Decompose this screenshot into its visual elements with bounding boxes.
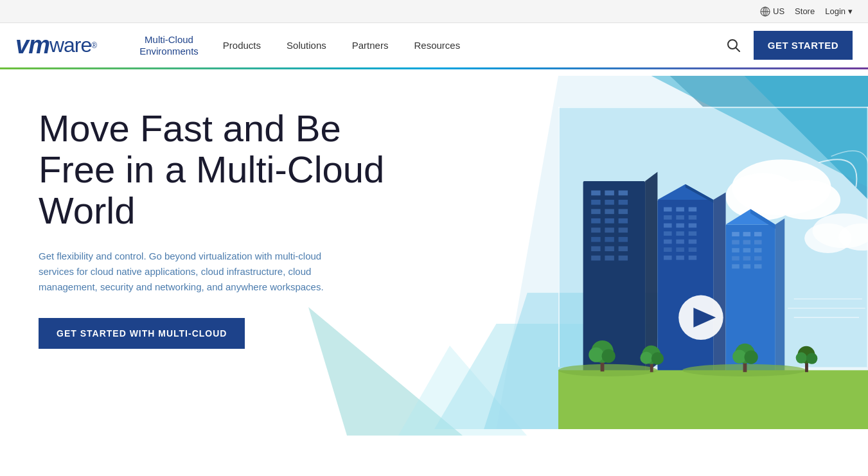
svg-marker-91 xyxy=(775,218,784,373)
svg-rect-84 xyxy=(743,256,750,261)
region-label: US xyxy=(773,6,784,16)
main-nav: vmware® Multi-CloudEnvironments Products… xyxy=(0,23,868,69)
nav-item-multi-cloud[interactable]: Multi-CloudEnvironments xyxy=(128,22,210,69)
svg-rect-37 xyxy=(618,227,627,233)
svg-rect-76 xyxy=(754,232,761,236)
nav-label-multi-cloud: Multi-CloudEnvironments xyxy=(139,34,199,57)
svg-rect-50 xyxy=(676,207,684,212)
svg-rect-59 xyxy=(676,231,684,236)
svg-rect-69 xyxy=(688,256,696,260)
svg-point-100 xyxy=(601,349,615,363)
svg-rect-26 xyxy=(591,200,600,205)
logo-ware-text: ware xyxy=(49,33,91,57)
login-label: Login xyxy=(825,6,846,16)
svg-rect-38 xyxy=(591,237,600,242)
svg-rect-61 xyxy=(664,240,672,244)
svg-rect-44 xyxy=(591,256,600,261)
svg-rect-88 xyxy=(754,264,761,269)
svg-rect-62 xyxy=(676,240,684,244)
svg-rect-54 xyxy=(688,215,696,220)
region-selector[interactable]: US xyxy=(760,6,784,17)
globe-icon xyxy=(760,6,770,17)
logo-registered: ® xyxy=(91,41,97,50)
svg-rect-36 xyxy=(605,227,614,233)
svg-rect-43 xyxy=(618,246,627,251)
svg-rect-41 xyxy=(591,246,600,251)
nav-item-products[interactable]: Products xyxy=(210,22,274,69)
svg-point-107 xyxy=(732,350,746,364)
svg-rect-56 xyxy=(676,224,684,228)
svg-rect-28 xyxy=(618,200,627,205)
nav-label-products: Products xyxy=(223,40,261,51)
svg-rect-83 xyxy=(732,256,740,261)
svg-rect-86 xyxy=(732,264,740,269)
svg-rect-81 xyxy=(743,248,750,252)
hero-cta-button[interactable]: GET STARTED WITH MULTI-CLOUD xyxy=(39,318,245,349)
nav-right: GET STARTED xyxy=(724,31,853,60)
svg-rect-53 xyxy=(676,215,684,220)
svg-rect-114 xyxy=(558,107,869,108)
svg-rect-85 xyxy=(754,256,761,261)
chevron-down-icon: ▾ xyxy=(848,6,853,16)
svg-rect-113 xyxy=(558,107,560,367)
nav-label-solutions: Solutions xyxy=(287,40,326,51)
hero-svg xyxy=(434,69,869,436)
svg-rect-60 xyxy=(688,231,696,236)
svg-point-95 xyxy=(558,364,657,376)
svg-rect-78 xyxy=(743,240,750,245)
nav-item-solutions[interactable]: Solutions xyxy=(274,22,339,69)
svg-point-112 xyxy=(806,353,817,364)
svg-line-5 xyxy=(736,48,740,51)
svg-marker-72 xyxy=(713,192,725,373)
svg-rect-27 xyxy=(605,200,614,205)
svg-rect-55 xyxy=(664,224,672,228)
svg-rect-46 xyxy=(618,256,627,261)
svg-rect-74 xyxy=(732,232,740,236)
nav-item-partners[interactable]: Partners xyxy=(339,22,402,69)
svg-rect-52 xyxy=(664,215,672,220)
svg-point-15 xyxy=(772,180,840,220)
svg-rect-67 xyxy=(664,256,672,260)
svg-rect-58 xyxy=(664,231,672,236)
svg-rect-23 xyxy=(591,191,600,196)
svg-point-104 xyxy=(651,352,663,364)
get-started-button[interactable]: GET STARTED xyxy=(754,31,853,60)
hero-title: Move Fast and Be Free in a Multi-Cloud W… xyxy=(39,108,411,231)
svg-rect-80 xyxy=(732,248,740,252)
svg-rect-29 xyxy=(591,209,600,214)
svg-rect-68 xyxy=(676,256,684,260)
svg-rect-82 xyxy=(754,248,761,252)
nav-gradient-line xyxy=(0,67,868,69)
svg-rect-63 xyxy=(688,240,696,244)
svg-rect-87 xyxy=(743,264,750,269)
svg-rect-79 xyxy=(754,240,761,245)
svg-rect-57 xyxy=(688,224,696,228)
svg-rect-65 xyxy=(676,247,684,252)
svg-point-99 xyxy=(589,348,603,362)
svg-rect-24 xyxy=(605,191,614,196)
svg-rect-34 xyxy=(618,218,627,224)
svg-rect-31 xyxy=(618,209,627,214)
top-bar: US Store Login ▾ xyxy=(0,0,868,23)
svg-rect-39 xyxy=(605,237,614,242)
hero-content: Move Fast and Be Free in a Multi-Cloud W… xyxy=(0,69,477,436)
svg-rect-51 xyxy=(688,207,696,212)
search-button[interactable] xyxy=(724,36,743,55)
hero-subtitle: Get flexibility and control. Go beyond v… xyxy=(39,249,347,295)
nav-label-resources: Resources xyxy=(414,40,460,51)
vmware-logo[interactable]: vmware® xyxy=(15,31,97,59)
svg-rect-25 xyxy=(618,191,627,196)
svg-rect-42 xyxy=(605,246,614,251)
svg-rect-35 xyxy=(591,227,600,233)
svg-rect-30 xyxy=(605,209,614,214)
svg-rect-45 xyxy=(605,256,614,261)
store-link[interactable]: Store xyxy=(795,6,815,16)
nav-links: Multi-CloudEnvironments Products Solutio… xyxy=(128,22,724,69)
svg-point-108 xyxy=(744,350,757,364)
search-icon xyxy=(727,39,741,53)
nav-item-resources[interactable]: Resources xyxy=(401,22,473,69)
login-button[interactable]: Login ▾ xyxy=(825,6,853,16)
svg-rect-40 xyxy=(618,237,627,242)
svg-rect-64 xyxy=(664,247,672,252)
svg-point-111 xyxy=(795,352,806,363)
